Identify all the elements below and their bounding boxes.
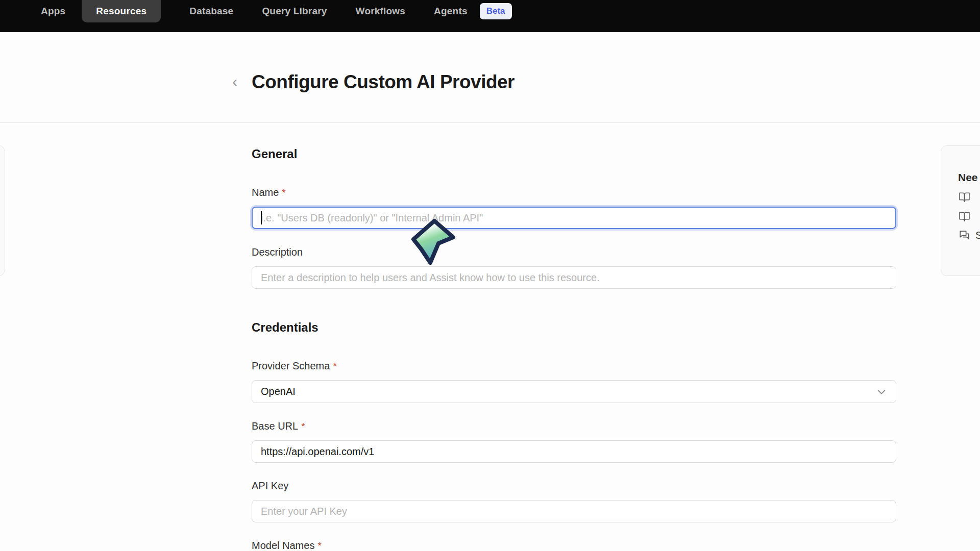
nav-row: Apps Resources Database Query Library Wo… bbox=[41, 0, 512, 22]
base-url-input[interactable] bbox=[252, 440, 896, 463]
nav-item-apps[interactable]: Apps bbox=[41, 6, 65, 17]
book-icon bbox=[958, 210, 971, 222]
nav-item-resources-label: Resources bbox=[96, 6, 146, 17]
base-url-label-row: Base URL * bbox=[252, 420, 896, 432]
nav-item-resources-active[interactable]: Resources bbox=[82, 0, 161, 22]
help-panel: Nee S bbox=[941, 145, 980, 276]
provider-schema-label-row: Provider Schema * bbox=[252, 360, 896, 372]
nav-item-workflows[interactable]: Workflows bbox=[356, 6, 406, 17]
description-label-row: Description bbox=[252, 246, 896, 258]
model-names-label-row: Model Names * bbox=[252, 540, 896, 551]
help-link-guide[interactable] bbox=[958, 210, 980, 222]
provider-schema-select[interactable]: OpenAI bbox=[252, 380, 896, 403]
beta-badge: Beta bbox=[480, 3, 512, 19]
left-panel-edge bbox=[0, 145, 5, 276]
model-names-label: Model Names bbox=[252, 540, 314, 551]
text-caret bbox=[261, 211, 262, 224]
api-key-label-row: API Key bbox=[252, 480, 896, 492]
config-form: General Name * Description Credentials P… bbox=[252, 147, 896, 551]
chat-icon bbox=[958, 229, 971, 242]
section-heading-credentials: Credentials bbox=[252, 320, 896, 335]
section-heading-general: General bbox=[252, 147, 896, 161]
nav-item-agents-wrap: Agents Beta bbox=[434, 3, 511, 19]
api-key-label: API Key bbox=[252, 480, 288, 492]
required-asterisk: * bbox=[301, 420, 305, 431]
provider-schema-value: OpenAI bbox=[261, 386, 296, 397]
nav-item-database[interactable]: Database bbox=[189, 6, 233, 17]
help-link-support[interactable]: S bbox=[958, 229, 980, 242]
top-nav: Apps Resources Database Query Library Wo… bbox=[0, 0, 980, 32]
required-asterisk: * bbox=[282, 187, 285, 197]
description-input[interactable] bbox=[252, 266, 896, 289]
provider-schema-label: Provider Schema bbox=[252, 360, 330, 372]
help-link-label: S bbox=[975, 230, 980, 241]
nav-item-agents[interactable]: Agents bbox=[434, 6, 468, 17]
header-divider bbox=[0, 122, 980, 123]
chevron-down-icon bbox=[876, 386, 887, 397]
screen: Apps Resources Database Query Library Wo… bbox=[0, 0, 980, 551]
api-key-input[interactable] bbox=[252, 500, 896, 522]
help-link-docs[interactable] bbox=[958, 190, 980, 203]
back-chevron-icon[interactable]: ‹ bbox=[232, 72, 248, 92]
required-asterisk: * bbox=[333, 360, 336, 371]
page-title: Configure Custom AI Provider bbox=[252, 71, 514, 93]
base-url-label: Base URL bbox=[252, 420, 298, 432]
name-input[interactable] bbox=[252, 207, 896, 229]
book-icon bbox=[958, 190, 971, 203]
page-header: ‹ Configure Custom AI Provider bbox=[232, 71, 514, 93]
help-panel-heading: Nee bbox=[958, 171, 980, 184]
description-label: Description bbox=[252, 246, 303, 258]
name-label-row: Name * bbox=[252, 187, 896, 198]
name-label: Name bbox=[252, 187, 279, 198]
required-asterisk: * bbox=[317, 540, 321, 550]
nav-item-query-library[interactable]: Query Library bbox=[262, 6, 327, 17]
